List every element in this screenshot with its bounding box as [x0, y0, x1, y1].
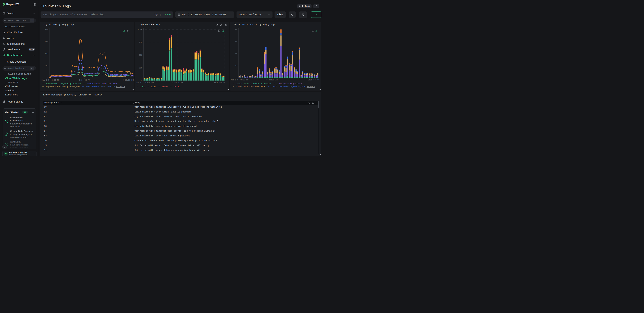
- svg-text:300: 300: [44, 53, 48, 55]
- svg-text:3:30:00 AM: 3:30:00 AM: [266, 79, 278, 81]
- svg-text:0: 0: [47, 77, 48, 79]
- svg-text:Dec 6 5:00:00 PM: Dec 6 5:00:00 PM: [230, 79, 248, 81]
- svg-text:40: 40: [235, 53, 237, 55]
- svg-text:900: 900: [139, 41, 142, 43]
- svg-text:300: 300: [139, 67, 142, 69]
- svg-text:3:30:00 AM: 3:30:00 AM: [172, 82, 183, 84]
- svg-text:20: 20: [235, 65, 237, 67]
- svg-text:600: 600: [139, 54, 142, 56]
- svg-text:Dec 6 5:00:00 PM: Dec 6 5:00:00 PM: [136, 82, 154, 84]
- svg-text:450: 450: [44, 41, 48, 43]
- svg-text:0: 0: [141, 80, 142, 82]
- svg-text:150: 150: [44, 65, 48, 67]
- svg-text:5:30:00 PM: 5:30:00 PM: [214, 82, 225, 84]
- svg-text:5:30:00 PM: 5:30:00 PM: [308, 79, 319, 81]
- svg-text:5:30:00 PM: 5:30:00 PM: [122, 79, 134, 81]
- svg-text:3:30:00 AM: 3:30:00 AM: [79, 79, 90, 81]
- svg-text:0: 0: [236, 77, 237, 79]
- svg-text:600: 600: [44, 28, 48, 30]
- svg-text:60: 60: [235, 41, 237, 43]
- svg-text:80: 80: [235, 28, 237, 30]
- svg-text:Dec 6 5:00:00 PM: Dec 6 5:00:00 PM: [42, 79, 60, 81]
- svg-text:1.2K: 1.2K: [138, 28, 142, 30]
